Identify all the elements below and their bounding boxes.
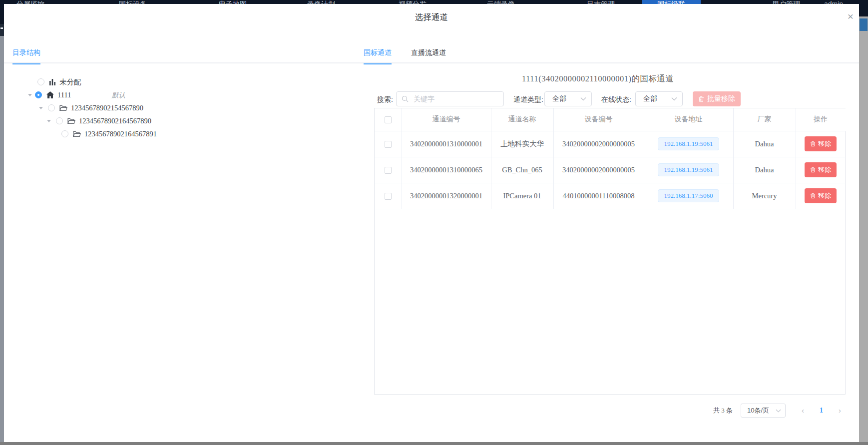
search-label: 搜索: (377, 95, 393, 104)
search-icon (402, 95, 409, 102)
row-checkbox[interactable] (385, 167, 392, 174)
radio-folder-2[interactable] (56, 117, 63, 124)
remove-label: 移除 (818, 139, 831, 148)
channel-table: 通道编号 通道名称 设备编号 设备地址 厂家 操作 34020000001310… (374, 108, 846, 395)
pagination: 共 3 条 10条/页 ‹ 1 › (713, 404, 843, 418)
cell-channel-name: IPCamera 01 (491, 183, 553, 209)
tab-bar: 目录结构 国标通道 直播流通道 (4, 44, 859, 63)
chevron-down-icon (776, 409, 781, 413)
search-input-wrap (396, 91, 504, 106)
device-address-tag: 192.168.1.19:5061 (658, 137, 720, 150)
cell-device-id: 44010000001110008008 (553, 183, 644, 209)
row-checkbox[interactable] (385, 193, 392, 200)
tab-label: 国标通道 (364, 48, 392, 56)
radio-folder-3[interactable] (61, 130, 68, 137)
tree-node-folder-1[interactable]: 12345678902154567890 (39, 102, 143, 113)
chevron-down-icon (671, 97, 677, 101)
tree-node-folder-3[interactable]: 12345678902164567891 (61, 128, 157, 139)
batch-remove-label: 批量移除 (707, 94, 735, 103)
remove-button[interactable]: 移除 (805, 188, 837, 203)
tab-gb-channel[interactable]: 国标通道 (364, 48, 392, 63)
cell-vendor: Dahua (733, 131, 796, 157)
cell-device-id: 34020000002000000005 (553, 131, 644, 157)
search-input[interactable] (413, 94, 505, 103)
tree-node-1111[interactable]: 1111 (28, 89, 71, 100)
page-edge-left (0, 24, 4, 36)
active-tab-underline (12, 63, 40, 64)
trash-icon (810, 141, 816, 147)
page-scrollbar-thumb[interactable] (860, 18, 868, 31)
pagination-total: 共 3 条 (713, 406, 733, 415)
close-icon[interactable]: × (844, 10, 857, 23)
page-scrollbar-track[interactable] (859, 0, 868, 442)
col-channel-name: 通道名称 (491, 108, 553, 131)
current-page-number[interactable]: 1 (820, 407, 823, 415)
remove-button[interactable]: 移除 (805, 162, 837, 177)
caret-down-icon[interactable] (39, 107, 43, 111)
caret-down-icon[interactable] (28, 94, 32, 98)
trash-icon (698, 96, 704, 102)
tree-node-label: 1111 (57, 91, 71, 99)
remove-button[interactable]: 移除 (805, 136, 837, 151)
page-edge-bottom (0, 442, 868, 445)
table-row: 34020000001310000065 GB_Chn_065 34020000… (375, 157, 846, 183)
page-edge-left-mark (0, 27, 3, 29)
tree-node-unassigned[interactable]: 未分配 (37, 76, 81, 87)
online-status-value: 全部 (643, 94, 671, 103)
col-device-address: 设备地址 (644, 108, 733, 131)
tree-node-label: 未分配 (59, 77, 81, 87)
chevron-down-icon (580, 97, 586, 101)
table-row: 34020000001320000001 IPCamera 01 4401000… (375, 183, 846, 209)
select-channel-modal: 选择通道 × 目录结构 国标通道 直播流通道 未分配 1111 默认 (4, 4, 859, 442)
col-actions: 操作 (796, 108, 846, 131)
folder-icon (73, 131, 81, 137)
folder-icon (59, 105, 67, 111)
cell-channel-id: 34020000001320000001 (402, 183, 491, 209)
cell-channel-name: GB_Chn_065 (491, 157, 553, 183)
batch-remove-button[interactable]: 批量移除 (693, 91, 741, 106)
tree-node-folder-2[interactable]: 12345678902164567890 (47, 115, 151, 126)
radio-folder-1[interactable] (48, 104, 55, 111)
next-page-button[interactable]: › (837, 404, 843, 418)
channel-type-label: 通道类型: (513, 95, 543, 104)
tab-directory-structure[interactable]: 目录结构 (12, 48, 40, 63)
col-vendor: 厂家 (733, 108, 796, 131)
tab-label: 直播流通道 (411, 48, 446, 56)
online-status-select[interactable]: 全部 (635, 91, 683, 106)
device-address-tag: 192.168.1.19:5061 (658, 163, 720, 176)
cell-channel-name: 上地科实大华 (491, 131, 553, 157)
tree-node-label: 12345678902154567890 (71, 104, 143, 112)
radio-unassigned[interactable] (37, 78, 44, 85)
channel-type-select[interactable]: 全部 (544, 91, 592, 106)
radio-1111-checked[interactable] (35, 91, 42, 98)
home-icon (46, 91, 54, 98)
channel-type-value: 全部 (552, 94, 580, 103)
col-channel-id: 通道编号 (402, 108, 491, 131)
prev-page-button[interactable]: ‹ (800, 404, 806, 418)
default-tag: 默认 (112, 91, 125, 100)
table-header-row: 通道编号 通道名称 设备编号 设备地址 厂家 操作 (375, 108, 846, 131)
tree-node-label: 12345678902164567891 (84, 130, 157, 138)
trash-icon (810, 167, 816, 173)
tab-label: 目录结构 (12, 48, 40, 56)
online-status-label: 在线状态: (601, 95, 631, 104)
page-size-value: 10条/页 (747, 406, 776, 415)
folder-icon (67, 118, 75, 124)
org-icon (49, 79, 56, 85)
col-device-id: 设备编号 (553, 108, 644, 131)
row-checkbox[interactable] (385, 141, 392, 148)
remove-label: 移除 (818, 165, 831, 174)
page-size-select[interactable]: 10条/页 (741, 404, 786, 418)
tree-node-label: 12345678902164567890 (79, 117, 151, 125)
cell-device-id: 34020000002000000005 (553, 157, 644, 183)
tab-live-stream-channel[interactable]: 直播流通道 (411, 48, 446, 63)
cell-vendor: Mercury (733, 183, 796, 209)
modal-title: 选择通道 (4, 12, 859, 23)
page-edge-right-top (859, 0, 868, 16)
caret-down-icon[interactable] (47, 120, 51, 124)
select-all-checkbox[interactable] (385, 116, 392, 123)
active-tab-underline (364, 63, 392, 64)
table-row: 34020000001310000001 上地科实大华 340200000020… (375, 131, 846, 157)
cell-vendor: Dahua (733, 157, 796, 183)
trash-icon (810, 193, 816, 199)
